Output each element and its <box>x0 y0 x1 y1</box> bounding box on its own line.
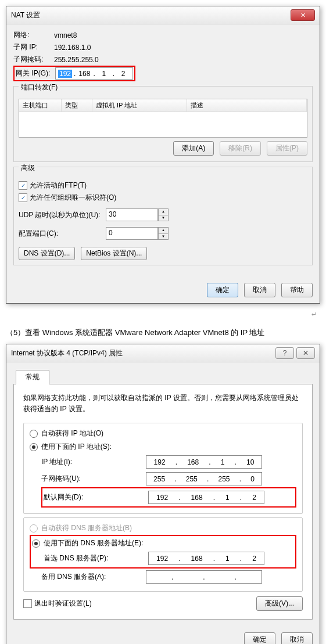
subnet-mask-input[interactable]: 255.255.255.0 <box>146 472 262 485</box>
auto-ip-radio[interactable] <box>30 430 38 438</box>
dialog-title: NAT 设置 <box>11 10 40 20</box>
advanced-legend: 高级 <box>19 163 37 173</box>
col-desc[interactable]: 描述 <box>187 99 307 111</box>
ip-address-label: IP 地址(I): <box>41 457 146 467</box>
preferred-dns-input[interactable]: 192.168.1.2 <box>148 552 264 565</box>
ip-settings-group: 自动获得 IP 地址(O) 使用下面的 IP 地址(S): IP 地址(I): … <box>23 423 303 514</box>
ip-segment-a[interactable]: 192 <box>58 70 72 78</box>
gateway-highlight: 默认网关(D): 192.168.1.2 <box>41 487 296 508</box>
default-gateway-label: 默认网关(D): <box>44 492 148 502</box>
titlebar: NAT 设置 ✕ <box>6 6 320 24</box>
allow-ftp-checkbox[interactable]: ✓ <box>19 181 27 190</box>
dns-highlight: 使用下面的 DNS 服务器地址(E): 首选 DNS 服务器(P): 192.1… <box>30 535 296 569</box>
ip-segment-c[interactable]: 1 <box>97 70 111 78</box>
advanced-group: 高级 ✓ 允许活动的FTP(T) ✓ 允许任何组织唯一标识符(O) UDP 超时… <box>13 167 313 265</box>
nat-settings-dialog: NAT 设置 ✕ 网络: vmnet8 子网 IP: 192.168.1.0 子… <box>6 6 320 304</box>
use-ip-radio[interactable] <box>30 443 38 451</box>
use-dns-radio[interactable] <box>32 539 40 548</box>
auto-ip-label: 自动获得 IP 地址(O) <box>41 429 103 438</box>
cancel-button[interactable]: 取消 <box>244 283 275 297</box>
auto-dns-label: 自动获得 DNS 服务器地址(B) <box>41 523 132 533</box>
config-port-input[interactable]: 0 <box>106 227 158 240</box>
default-gateway-input[interactable]: 192.168.1.2 <box>148 491 264 504</box>
ip-address-input[interactable]: 192.168.1.10 <box>146 455 262 469</box>
close-button[interactable]: ✕ <box>291 9 315 21</box>
gateway-label: 网关 IP(G): <box>16 69 55 78</box>
use-dns-label: 使用下面的 DNS 服务器地址(E): <box>44 538 143 548</box>
tab-strip: 常规 <box>13 369 313 384</box>
network-value: vmnet8 <box>54 31 77 39</box>
alternate-dns-label: 备用 DNS 服务器(A): <box>41 572 146 582</box>
ip-dot: . <box>91 70 96 78</box>
allow-org-id-checkbox[interactable]: ✓ <box>19 193 27 202</box>
help-button[interactable]: 帮助 <box>281 283 313 297</box>
step-caption: （5）查看 Windows 系统适配器 VMware Network Adapt… <box>6 328 320 338</box>
ipv4-properties-dialog: Internet 协议版本 4 (TCP/IPv4) 属性 ? ✕ 常规 如果网… <box>6 344 320 644</box>
allow-ftp-label: 允许活动的FTP(T) <box>30 181 87 190</box>
allow-org-id-label: 允许任何组织唯一标识符(O) <box>30 193 116 203</box>
config-port-spinner[interactable]: ▲▼ <box>158 227 169 240</box>
cancel-button[interactable]: 取消 <box>281 632 313 644</box>
subnet-mask-value: 255.255.255.0 <box>54 56 99 64</box>
validate-on-exit-checkbox[interactable]: ✓ <box>23 599 32 608</box>
auto-dns-radio <box>30 524 38 533</box>
add-button[interactable]: 添加(A) <box>173 141 214 156</box>
return-mark: ↵ <box>6 311 320 321</box>
udp-timeout-input[interactable]: 30 <box>106 208 158 221</box>
subnet-ip-label: 子网 IP: <box>13 42 54 52</box>
titlebar: Internet 协议版本 4 (TCP/IPv4) 属性 ? ✕ <box>6 344 320 362</box>
tab-general[interactable]: 常规 <box>16 370 49 384</box>
subnet-ip-value: 192.168.1.0 <box>54 44 91 52</box>
subnet-mask-label: 子网掩码: <box>13 55 54 64</box>
ok-button[interactable]: 确定 <box>244 632 275 644</box>
udp-timeout-label: UDP 超时(以秒为单位)(U): <box>19 210 106 220</box>
netbios-settings-button[interactable]: NetBios 设置(N)... <box>81 247 147 260</box>
properties-button: 属性(P) <box>267 141 307 156</box>
dns-settings-button[interactable]: DNS 设置(D)... <box>19 247 75 260</box>
remove-button: 移除(R) <box>220 141 261 156</box>
col-host-port[interactable]: 主机端口 <box>19 99 62 111</box>
port-forward-table[interactable]: 主机端口 类型 虚拟机 IP 地址 描述 <box>19 99 307 138</box>
close-button[interactable]: ✕ <box>296 347 315 359</box>
gateway-ip-input[interactable]: 192 . 168 . 1 . 2 <box>55 67 133 80</box>
dialog-title: Internet 协议版本 4 (TCP/IPv4) 属性 <box>11 348 123 358</box>
gateway-highlight: 网关 IP(G): 192 . 168 . 1 . 2 <box>13 66 135 81</box>
port-forward-legend: 端口转发(F) <box>19 82 60 92</box>
ok-button[interactable]: 确定 <box>207 283 238 297</box>
use-ip-label: 使用下面的 IP 地址(S): <box>41 442 112 452</box>
config-port-label: 配置端口(C): <box>19 229 106 239</box>
col-vm-ip[interactable]: 虚拟机 IP 地址 <box>92 99 187 111</box>
ip-dot: . <box>111 70 116 78</box>
dns-settings-group: 自动获得 DNS 服务器地址(B) 使用下面的 DNS 服务器地址(E): 首选… <box>23 517 303 592</box>
port-forward-group: 端口转发(F) 主机端口 类型 虚拟机 IP 地址 描述 添加(A) 移除(R)… <box>13 86 313 162</box>
network-label: 网络: <box>13 30 54 40</box>
ip-segment-b[interactable]: 168 <box>77 70 91 78</box>
udp-timeout-spinner[interactable]: ▲▼ <box>158 208 169 221</box>
ip-segment-d[interactable]: 2 <box>116 70 130 78</box>
subnet-mask-label: 子网掩码(U): <box>41 474 146 484</box>
col-type[interactable]: 类型 <box>62 99 92 111</box>
help-icon-button[interactable]: ? <box>275 347 294 359</box>
validate-on-exit-label: 退出时验证设置(L) <box>34 599 92 609</box>
alternate-dns-input[interactable]: . . . <box>146 570 262 584</box>
ip-dot: . <box>72 70 77 78</box>
preferred-dns-label: 首选 DNS 服务器(P): <box>44 553 148 563</box>
description-text: 如果网络支持此功能，则可以获取自动指派的 IP 设置。否则，您需要从网络系统管理… <box>23 393 303 415</box>
advanced-button[interactable]: 高级(V)... <box>256 596 303 611</box>
